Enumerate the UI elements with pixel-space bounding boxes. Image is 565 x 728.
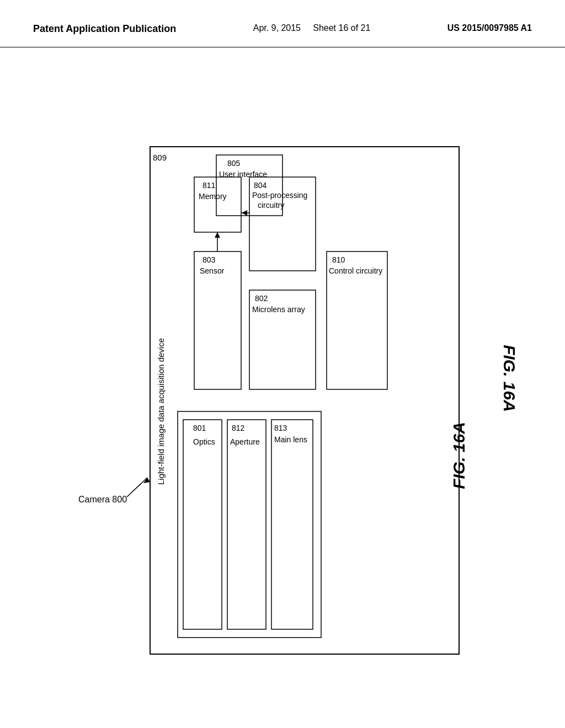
memory-num: 811 xyxy=(202,181,216,190)
svg-marker-6 xyxy=(242,210,247,216)
sensor-num: 803 xyxy=(202,255,216,264)
postproc-label1: Post-processing xyxy=(252,191,307,200)
outer-box-num: 809 xyxy=(153,153,167,162)
figure-label-text: FIG. 16A xyxy=(500,345,519,412)
patent-number: US 2015/0097985 A1 xyxy=(447,22,532,34)
mainlens-num: 813 xyxy=(274,424,287,432)
microlens-label1: Microlens array xyxy=(252,305,305,314)
diagram-area: Camera 800 809 Light-field image data ac… xyxy=(0,47,565,709)
control-label1: Control circuitry xyxy=(329,266,382,275)
sensor-label: Sensor xyxy=(200,266,225,275)
control-num: 810 xyxy=(332,255,345,264)
microlens-num: 802 xyxy=(255,294,268,303)
postproc-num: 804 xyxy=(254,181,267,190)
aperture-label: Aperture xyxy=(230,437,260,446)
aperture-box xyxy=(227,420,266,629)
optics-label: Optics xyxy=(193,437,215,446)
optics-box xyxy=(183,420,222,629)
postproc-label2: circuitry xyxy=(258,201,284,210)
outer-box-label: Light-field image data acquisition devic… xyxy=(156,338,166,485)
optics-num: 801 xyxy=(193,424,206,432)
ui-num: 805 xyxy=(227,159,241,168)
mainlens-label1: Main lens xyxy=(274,435,307,444)
page-header: Patent Application Publication Apr. 9, 2… xyxy=(0,0,565,47)
aperture-num: 812 xyxy=(232,424,245,432)
figure-diagram: Camera 800 809 Light-field image data ac… xyxy=(45,81,520,687)
memory-label: Memory xyxy=(199,192,227,201)
outer-box xyxy=(150,147,459,654)
publication-date: Apr. 9, 2015 xyxy=(253,23,301,33)
sheet-info: Sheet 16 of 21 xyxy=(313,23,370,33)
figure-label: FIG. 16A xyxy=(450,422,468,489)
svg-line-0 xyxy=(127,478,147,497)
publication-title: Patent Application Publication xyxy=(33,22,176,36)
svg-marker-4 xyxy=(215,232,220,238)
memory-box xyxy=(194,177,241,232)
mainlens-box xyxy=(271,420,313,629)
header-center: Apr. 9, 2015 Sheet 16 of 21 xyxy=(253,22,371,34)
ui-label: User interface xyxy=(219,170,267,179)
camera-label: Camera 800 xyxy=(78,495,127,504)
